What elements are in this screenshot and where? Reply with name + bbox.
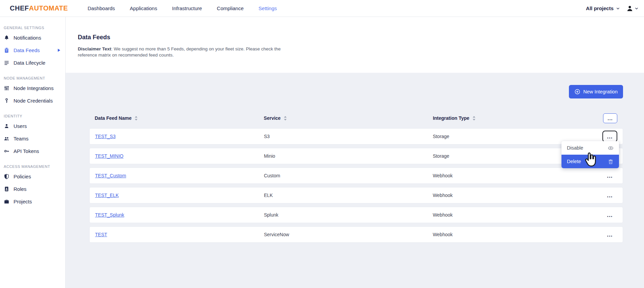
sidebar-item-teams[interactable]: Teams [0,132,65,145]
disclaimer-text: Disclaimer Text: We suggest no more than… [78,46,287,58]
sidebar-item-users[interactable]: Users [0,120,65,132]
service-cell: Minio [264,153,433,159]
table-row: TEST ServiceNow Webhook ... [89,226,623,243]
eye-icon [608,145,614,151]
integration-type-cell: Webhook [433,193,597,198]
service-cell: ServiceNow [264,232,433,237]
table-row: TEST_S3 S3 Storage ... [89,128,623,145]
service-cell: S3 [264,134,433,139]
sidebar-item-roles[interactable]: Roles [0,183,65,195]
table-actions-button[interactable]: ... [603,113,617,123]
sidebar-item-node-integrations[interactable]: Node Integrations [0,82,65,94]
main-panel: Data Feeds Disclaimer Text: We suggest n… [66,17,644,288]
table-header-row: Data Feed Name Service Integration Type … [89,111,623,125]
bell-icon [4,35,9,41]
row-actions-button[interactable]: ... [603,172,616,180]
logo-automate-text: AUTOMATE [29,4,68,12]
nav-dashboards[interactable]: Dashboards [88,5,115,11]
sidebar-item-api-tokens[interactable]: API Tokens [0,145,65,157]
row-actions-button[interactable]: ... [603,211,616,219]
data-feed-link[interactable]: TEST [95,232,107,237]
integration-type-cell: Webhook [433,173,597,178]
row-actions-button[interactable]: ... [603,191,616,200]
data-feeds-table: Data Feed Name Service Integration Type … [89,111,623,243]
section-node-management: NODE MANAGEMENT [0,76,65,82]
table-row: TEST_MINIO Minio Storage ... [89,148,623,164]
chevron-down-icon [616,6,620,10]
data-feed-link[interactable]: TEST_S3 [95,134,116,139]
projects-filter-label: All projects [586,5,614,11]
service-cell: Custom [264,173,433,178]
integration-type-cell: Storage [433,134,597,139]
row-actions-button[interactable]: ... [602,131,617,142]
page-header: Data Feeds Disclaimer Text: We suggest n… [66,17,644,73]
plus-circle-icon [574,89,580,95]
sliders-icon [4,85,9,91]
key-vertical-icon [4,98,9,104]
users-icon [4,136,9,141]
avatar-icon [626,5,634,12]
data-feed-link[interactable]: TEST_ELK [95,193,119,198]
integration-type-cell: Webhook [433,232,597,237]
trash-icon [608,159,614,164]
sidebar-item-policies[interactable]: Policies [0,170,65,183]
primary-nav: Dashboards Applications Infrastructure C… [88,5,292,11]
data-feed-link[interactable]: TEST_Custom [95,173,126,178]
user-menu[interactable] [626,5,639,12]
sort-data-feed-name-button[interactable] [135,116,138,120]
service-cell: ELK [264,193,433,198]
settings-sidebar: GENERAL SETTINGS Notifications Data Feed… [0,17,66,288]
logo-chef-text: CHEF [10,4,29,12]
data-feed-link[interactable]: TEST_Splunk [95,212,124,218]
column-header-data-feed-name: Data Feed Name [95,115,132,121]
nav-settings[interactable]: Settings [258,5,277,11]
sidebar-item-data-feeds[interactable]: Data Feeds [0,44,65,57]
table-row: TEST_Custom Custom Webhook ... [89,168,623,184]
section-identity: IDENTITY [0,114,65,120]
page-title: Data Feeds [78,34,644,41]
lines-icon [4,60,9,66]
section-general-settings: GENERAL SETTINGS [0,26,65,31]
table-row: TEST_ELK ELK Webhook ... [89,187,623,203]
nav-infrastructure[interactable]: Infrastructure [172,5,202,11]
table-body: TEST_S3 S3 Storage ... TEST_MINIO Minio … [89,128,623,243]
section-access-management: ACCESS MANAGEMENT [0,164,65,170]
shield-icon [4,174,9,179]
new-integration-button[interactable]: New Integration [569,85,623,98]
sidebar-item-notifications[interactable]: Notifications [0,31,65,44]
top-navigation: CHEFAUTOMATE Dashboards Applications Inf… [0,0,644,17]
data-feeds-content: New Integration Data Feed Name Service I… [66,73,644,288]
column-header-service: Service [264,115,281,121]
nav-applications[interactable]: Applications [130,5,157,11]
column-header-integration-type: Integration Type [433,115,469,121]
data-feed-link[interactable]: TEST_MINIO [95,153,123,159]
clipboard-icon [4,47,9,53]
id-badge-icon [4,186,9,192]
submenu-caret-icon [56,49,62,52]
integration-type-cell: Webhook [433,212,597,218]
sidebar-item-node-credentials[interactable]: Node Credentials [0,94,65,107]
chef-automate-logo[interactable]: CHEFAUTOMATE [10,4,68,12]
row-actions-button[interactable]: ... [603,230,616,239]
service-cell: Splunk [264,212,433,218]
sort-integration-type-button[interactable] [473,116,476,120]
sidebar-item-data-lifecycle[interactable]: Data Lifecycle [0,57,65,69]
mouse-cursor-icon [582,151,598,169]
nav-compliance[interactable]: Compliance [217,5,244,11]
briefcase-icon [4,199,9,204]
sidebar-item-projects[interactable]: Projects [0,195,65,208]
sort-service-button[interactable] [284,116,287,120]
chevron-down-icon [635,6,639,10]
table-row: TEST_Splunk Splunk Webhook ... [89,207,623,223]
projects-filter[interactable]: All projects [586,5,620,11]
user-icon [4,123,9,129]
key-icon [4,148,9,154]
